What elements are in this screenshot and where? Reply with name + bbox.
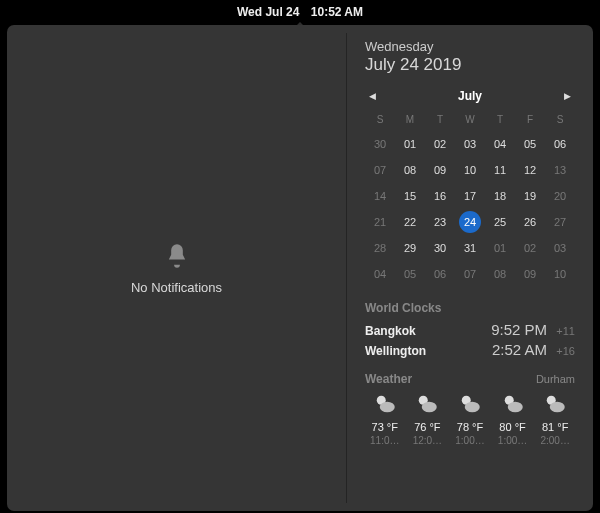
- calendar-day[interactable]: 09: [425, 157, 455, 183]
- calendar-day[interactable]: 20: [545, 183, 575, 209]
- weather-temp: 76 °F: [408, 421, 448, 433]
- calendar-day[interactable]: 03: [545, 235, 575, 261]
- calendar-pane: Wednesday July 24 2019 ◀ July ▶ SMTWTFS …: [347, 25, 593, 511]
- calendar-day[interactable]: 08: [485, 261, 515, 287]
- calendar-day[interactable]: 06: [545, 131, 575, 157]
- calendar-dow: S: [365, 111, 395, 131]
- weather-hour: 81 °F2:00…: [535, 392, 575, 446]
- notifications-pane: No Notifications: [7, 25, 346, 511]
- day-name: Wednesday: [365, 39, 575, 54]
- calendar-day[interactable]: 30: [365, 131, 395, 157]
- svg-point-1: [380, 402, 395, 413]
- weather-hour: 80 °F1:00…: [493, 392, 533, 446]
- calendar-day[interactable]: 16: [425, 183, 455, 209]
- calendar-day[interactable]: 15: [395, 183, 425, 209]
- weather-temp: 73 °F: [365, 421, 405, 433]
- calendar-day[interactable]: 02: [515, 235, 545, 261]
- calendar-day[interactable]: 03: [455, 131, 485, 157]
- calendar-day[interactable]: 30: [425, 235, 455, 261]
- clock-city: Bangkok: [365, 324, 416, 338]
- clock-city: Wellington: [365, 344, 426, 358]
- clock-offset: +16: [553, 345, 575, 357]
- calendar-day[interactable]: 19: [515, 183, 545, 209]
- calendar-dow-row: SMTWTFS: [365, 111, 575, 131]
- world-clocks-title: World Clocks: [365, 301, 575, 315]
- month-label: July: [458, 89, 482, 103]
- partly-cloudy-icon: [373, 392, 397, 416]
- calendar-dow: T: [485, 111, 515, 131]
- calendar-day[interactable]: 22: [395, 209, 425, 235]
- calendar-day[interactable]: 05: [515, 131, 545, 157]
- topbar-date: Wed Jul 24: [237, 5, 299, 19]
- calendar-day[interactable]: 04: [485, 131, 515, 157]
- calendar-day[interactable]: 29: [395, 235, 425, 261]
- calendar-day[interactable]: 10: [545, 261, 575, 287]
- svg-point-9: [550, 402, 565, 413]
- weather-hour: 76 °F12:0…: [408, 392, 448, 446]
- calendar-day[interactable]: 14: [365, 183, 395, 209]
- calendar-day[interactable]: 23: [425, 209, 455, 235]
- calendar-dow: W: [455, 111, 485, 131]
- full-date: July 24 2019: [365, 55, 575, 75]
- calendar-day[interactable]: 12: [515, 157, 545, 183]
- calendar-day[interactable]: 07: [455, 261, 485, 287]
- top-bar[interactable]: Wed Jul 24 10:52 AM: [0, 0, 600, 23]
- calendar-day[interactable]: 10: [455, 157, 485, 183]
- weather-hour-label: 1:00…: [493, 435, 533, 446]
- calendar-dow: S: [545, 111, 575, 131]
- prev-month-button[interactable]: ◀: [365, 89, 380, 103]
- partly-cloudy-icon: [543, 392, 567, 416]
- calendar-dow: F: [515, 111, 545, 131]
- weather-temp: 80 °F: [493, 421, 533, 433]
- calendar-day[interactable]: 27: [545, 209, 575, 235]
- weather-hour-label: 11:0…: [365, 435, 405, 446]
- datetime-popover: No Notifications Wednesday July 24 2019 …: [7, 25, 593, 511]
- world-clock-row: Bangkok9:52 PM+11: [365, 321, 575, 338]
- calendar-day[interactable]: 31: [455, 235, 485, 261]
- svg-point-3: [422, 402, 437, 413]
- weather-title: Weather Durham: [365, 372, 575, 386]
- clock-time: 9:52 PM: [491, 321, 547, 338]
- world-clock-row: Wellington2:52 AM+16: [365, 341, 575, 358]
- calendar-grid: 3001020304050607080910111213141516171819…: [365, 131, 575, 287]
- calendar-day[interactable]: 21: [365, 209, 395, 235]
- calendar-day[interactable]: 28: [365, 235, 395, 261]
- calendar-day[interactable]: 08: [395, 157, 425, 183]
- calendar-day[interactable]: 25: [485, 209, 515, 235]
- weather-hour-label: 2:00…: [535, 435, 575, 446]
- partly-cloudy-icon: [501, 392, 525, 416]
- calendar-day[interactable]: 01: [395, 131, 425, 157]
- calendar-day[interactable]: 07: [365, 157, 395, 183]
- svg-point-7: [507, 402, 522, 413]
- calendar-header: ◀ July ▶: [365, 89, 575, 103]
- partly-cloudy-icon: [415, 392, 439, 416]
- calendar-day[interactable]: 13: [545, 157, 575, 183]
- calendar-day[interactable]: 18: [485, 183, 515, 209]
- weather-hour: 73 °F11:0…: [365, 392, 405, 446]
- topbar-time: 10:52 AM: [311, 5, 363, 19]
- weather-section[interactable]: Weather Durham 73 °F11:0…76 °F12:0…78 °F…: [365, 372, 575, 446]
- weather-hour: 78 °F1:00…: [450, 392, 490, 446]
- calendar-day[interactable]: 01: [485, 235, 515, 261]
- calendar-day[interactable]: 11: [485, 157, 515, 183]
- calendar-day[interactable]: 04: [365, 261, 395, 287]
- calendar-day[interactable]: 06: [425, 261, 455, 287]
- calendar-dow: M: [395, 111, 425, 131]
- no-notifications-label: No Notifications: [131, 280, 222, 295]
- clock-offset: +11: [553, 325, 575, 337]
- calendar-day[interactable]: 09: [515, 261, 545, 287]
- calendar-day[interactable]: 05: [395, 261, 425, 287]
- calendar-day[interactable]: 02: [425, 131, 455, 157]
- weather-location: Durham: [536, 373, 575, 385]
- svg-point-5: [465, 402, 480, 413]
- weather-temp: 78 °F: [450, 421, 490, 433]
- calendar-day-today[interactable]: 24: [459, 211, 481, 233]
- world-clocks-section[interactable]: World Clocks Bangkok9:52 PM+11Wellington…: [365, 301, 575, 358]
- weather-temp: 81 °F: [535, 421, 575, 433]
- next-month-button[interactable]: ▶: [560, 89, 575, 103]
- weather-hour-label: 1:00…: [450, 435, 490, 446]
- calendar-dow: T: [425, 111, 455, 131]
- calendar-day[interactable]: 26: [515, 209, 545, 235]
- calendar-day[interactable]: 17: [455, 183, 485, 209]
- clock-time: 2:52 AM: [492, 341, 547, 358]
